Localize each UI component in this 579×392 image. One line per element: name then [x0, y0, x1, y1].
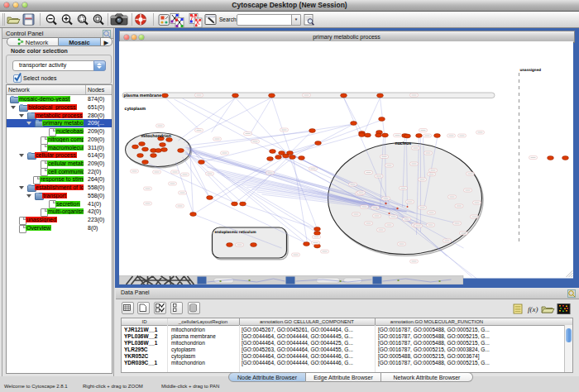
svg-text:nucleus: nucleus — [395, 141, 411, 146]
svg-text:plasma membrane: plasma membrane — [123, 93, 161, 98]
svg-text:cytoplasm: cytoplasm — [124, 107, 146, 112]
svg-text:mitochondrion: mitochondrion — [141, 134, 170, 139]
svg-text:endoplasmic reticulum: endoplasmic reticulum — [214, 230, 256, 234]
svg-text:unassigned: unassigned — [519, 68, 541, 72]
svg-text:f(x): f(x) — [528, 305, 538, 313]
